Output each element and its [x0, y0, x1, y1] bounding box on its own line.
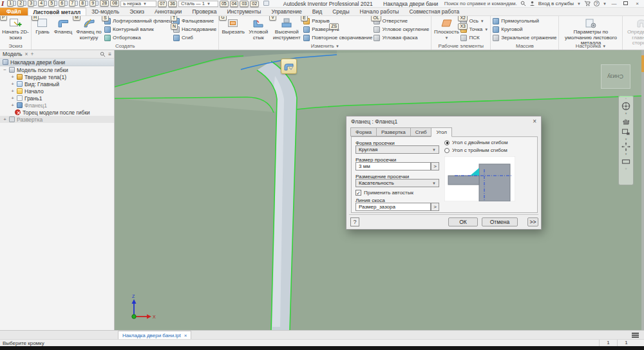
fold-button[interactable]: T Фальцевание: [173, 17, 216, 25]
apply-autoseam-checkbox[interactable]: ✓ Применить автостык: [355, 190, 413, 196]
sheet-metal-defaults-button[interactable]: Параметры по умолчанию листового металла: [561, 17, 620, 46]
qat-button[interactable]: 6: [59, 0, 68, 7]
qat-button[interactable]: 8: [79, 0, 88, 7]
tab-annotate[interactable]: Аннотации: [149, 8, 187, 15]
expand-icon[interactable]: +: [10, 102, 15, 108]
chevron-down-icon[interactable]: ▼: [577, 2, 581, 6]
qat-button[interactable]: 28: [100, 0, 109, 7]
tree-item-view-main[interactable]: + Вид: Главный: [0, 80, 114, 88]
app-store-cart-icon[interactable]: [584, 1, 591, 6]
dialog-tab-bend[interactable]: Сгиб: [410, 127, 432, 136]
qat-button[interactable]: 5: [48, 0, 57, 7]
mirror-button[interactable]: Зеркальное отражение: [493, 33, 556, 42]
maximize-button[interactable]: [621, 1, 630, 6]
tab-sketch[interactable]: Эскиз: [124, 8, 149, 15]
corner-chamfer-button[interactable]: Угловая фаска: [374, 33, 429, 42]
document-tab[interactable]: Накладка двери бани.ipt ×: [118, 331, 191, 340]
tree-root-document[interactable]: Накладка двери бани: [0, 59, 114, 66]
tree-item-end-of-folded[interactable]: Торец модели после гибки: [0, 109, 114, 116]
tab-3d-model[interactable]: 3D-модель: [86, 8, 124, 15]
seam-placement-select[interactable]: Касательность ▼: [355, 179, 439, 187]
triple-bend-radio[interactable]: Угол с тройным сгибом: [444, 147, 507, 153]
appearance-select[interactable]: Сталь — 1▼: [178, 1, 218, 7]
browser-menu-icon[interactable]: ≡: [108, 51, 111, 57]
orbit-icon[interactable]: [621, 142, 631, 152]
circular-pattern-button[interactable]: Круговой: [493, 25, 556, 33]
face-button[interactable]: H Грань: [33, 17, 52, 35]
tree-item-solid-bodies[interactable]: + Твердые тела(1): [0, 73, 114, 80]
dialog-tab-unfold[interactable]: Развертка: [376, 127, 411, 136]
seam-size-flyout-button[interactable]: >: [431, 162, 439, 170]
tab-manage[interactable]: Управление: [266, 8, 307, 15]
tab-get-started[interactable]: Начало работы: [355, 8, 404, 15]
search-icon[interactable]: [520, 1, 526, 6]
cut-button[interactable]: G Вырезать: [221, 17, 245, 35]
refold-button[interactable]: Повторное сворачивание: [303, 33, 372, 42]
close-button[interactable]: ×: [633, 1, 641, 6]
work-plane-button[interactable]: Плоскость ▼: [433, 17, 459, 41]
sign-in-button[interactable]: Вход в службы: [538, 1, 574, 6]
chevron-down-icon[interactable]: ▾: [625, 152, 627, 156]
dialog-tab-shape[interactable]: Форма: [350, 127, 377, 136]
expand-icon[interactable]: +: [10, 95, 15, 101]
collapse-icon[interactable]: −: [3, 67, 7, 73]
browser-add-icon[interactable]: +: [30, 51, 33, 57]
qat-button[interactable]: 9: [90, 0, 99, 7]
lofted-flange-button[interactable]: S Лофтированный фланец: [104, 17, 172, 25]
browser-close-icon[interactable]: ×: [25, 51, 28, 57]
chevron-down-icon[interactable]: ▾: [625, 138, 627, 141]
help-button[interactable]: ?: [594, 1, 600, 6]
file-menu-button[interactable]: Файл: [0, 8, 28, 15]
bend-button[interactable]: Сгиб: [173, 33, 216, 42]
derive-button[interactable]: N Наследование: [173, 25, 216, 33]
tree-item-flange1[interactable]: + Фланец1: [0, 102, 114, 109]
tree-item-flat-pattern[interactable]: + Развертка: [0, 116, 114, 123]
tree-item-folded-model[interactable]: − Модель после гибки: [0, 66, 114, 73]
navbar-menu-icon[interactable]: ▿: [625, 167, 627, 170]
panel-label-modify[interactable]: Изменить ▼: [221, 43, 429, 50]
tree-item-origin[interactable]: + Начало: [0, 88, 114, 95]
tab-environments[interactable]: Среды: [327, 8, 354, 15]
qat-button[interactable]: 1: [7, 0, 16, 7]
qat-button[interactable]: 4: [38, 0, 47, 7]
dialog-tab-corner[interactable]: Угол: [431, 127, 451, 137]
double-bend-radio[interactable]: Угол с двойным сгибом: [444, 140, 507, 145]
seam-shape-select[interactable]: Круглая ▼: [355, 145, 439, 154]
contour-roll-button[interactable]: Контурный валик: [104, 25, 172, 33]
qat-button[interactable]: 08: [110, 0, 119, 7]
expand-icon[interactable]: +: [10, 81, 15, 87]
tab-collaborate[interactable]: Совместная работа: [404, 8, 464, 15]
minimize-button[interactable]: —: [610, 1, 618, 6]
qat-button[interactable]: 7: [69, 0, 78, 7]
dialog-help-button[interactable]: ?: [350, 217, 359, 226]
chevron-down-icon[interactable]: ▾: [625, 112, 627, 115]
browser-search-icon[interactable]: [100, 51, 106, 57]
miter-line-input[interactable]: Размер_зазора: [355, 203, 431, 211]
punch-tool-button[interactable]: V Высечной инструмент: [271, 17, 302, 41]
tab-sheet-metal[interactable]: Листовой металл: [28, 8, 87, 15]
zoom-window-icon[interactable]: [621, 127, 631, 137]
unfold-button[interactable]: ZS Развернуть: [303, 25, 372, 33]
ucs-button[interactable]: ПСК: [460, 33, 488, 42]
corner-seam-button[interactable]: Угловой стык: [247, 17, 270, 41]
flange-button[interactable]: Фланец: [53, 17, 73, 35]
tab-view[interactable]: Вид: [307, 8, 327, 15]
view-cube[interactable]: Снизу: [601, 64, 630, 89]
pan-hand-icon[interactable]: [621, 116, 631, 126]
cancel-button[interactable]: Отмена: [482, 217, 518, 226]
seam-size-input[interactable]: 3 мм: [355, 162, 431, 170]
hole-button[interactable]: OL Отверстие: [374, 17, 429, 25]
dialog-title-bar[interactable]: Фланец : Фланец1 ×: [346, 116, 541, 126]
work-point-button[interactable]: X3 Точка ▼: [460, 25, 488, 33]
contour-flange-button[interactable]: M Фланец по контуру: [75, 17, 103, 41]
tree-item-face1[interactable]: + Грань1: [0, 95, 114, 102]
material-select[interactable]: ь нержа▼: [120, 1, 156, 7]
expand-icon[interactable]: +: [10, 88, 15, 94]
navbar-handle-icon[interactable]: ▫: [625, 97, 627, 100]
look-at-icon[interactable]: [621, 156, 631, 167]
ok-button[interactable]: ОК: [448, 217, 478, 226]
corner-round-button[interactable]: Угловое скругление: [374, 25, 429, 33]
dialog-close-icon[interactable]: ×: [533, 118, 536, 125]
tab-inspect[interactable]: Проверка: [187, 8, 222, 15]
rectangular-pattern-button[interactable]: Прямоугольный: [493, 17, 556, 25]
